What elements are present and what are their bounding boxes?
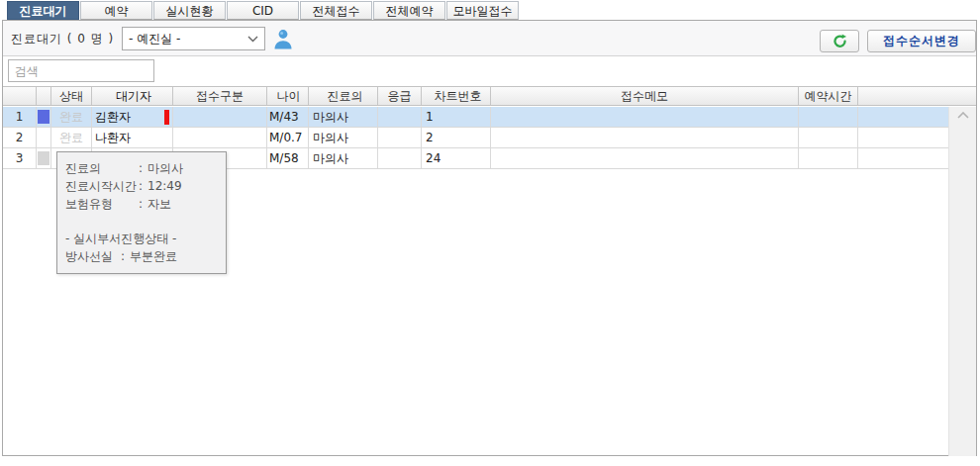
- doctor-cell: 마의사: [309, 128, 378, 147]
- tooltip-section-title: - 실시부서진행상태 -: [65, 230, 220, 247]
- tooltip-line-label: 진료시작시간: [65, 177, 139, 195]
- status-cell: 완료: [51, 107, 92, 127]
- patient-name-cell: 김환자: [92, 107, 173, 127]
- column-header-8[interactable]: 차트번호: [422, 87, 491, 105]
- reserve-time-cell: [799, 107, 858, 127]
- doctor-cell: 마의사: [309, 107, 378, 127]
- tooltip-dept-lines: 방사선실부분완료: [65, 247, 220, 265]
- tooltip-line-label: 진료의: [65, 159, 139, 177]
- tab-waiting[interactable]: 진료대기: [7, 1, 79, 20]
- tab-bar: 진료대기예약실시현황CID전체접수전체예약모바일접수: [7, 1, 520, 20]
- doctor-cell: 마의사: [309, 148, 378, 168]
- row-number-cell: 2: [3, 128, 37, 147]
- patient-info-tooltip: 진료의마의사진료시작시간12:49보험유형자보 - 실시부서진행상태 - 방사선…: [56, 151, 227, 274]
- column-header-0[interactable]: [3, 87, 37, 105]
- status-cell-text: 완료: [59, 109, 83, 126]
- tab-exec-status[interactable]: 실시현황: [153, 1, 226, 20]
- tooltip-line-colon: [121, 247, 130, 265]
- tooltip-line: 보험유형자보: [65, 195, 220, 213]
- reorder-reception-button[interactable]: 접수순서변경: [867, 30, 976, 52]
- reception-type-cell: [173, 128, 267, 147]
- column-header-7[interactable]: 응급: [378, 87, 422, 105]
- refresh-icon: [833, 34, 847, 48]
- user-icon[interactable]: [273, 29, 293, 49]
- tooltip-line-colon: [139, 195, 147, 213]
- tab-all-reception[interactable]: 전체접수: [300, 1, 372, 20]
- status-indicator-cell: [37, 128, 51, 147]
- column-header-1[interactable]: [37, 87, 51, 105]
- column-header-3[interactable]: 대기자: [92, 87, 173, 105]
- column-header-10[interactable]: 예약시간: [799, 87, 858, 105]
- chevron-down-icon: [247, 36, 258, 43]
- table-row[interactable]: 1완료김환자M/43마의사1: [3, 107, 976, 128]
- tooltip-line: 진료시작시간12:49: [65, 177, 220, 195]
- table-row[interactable]: 2완료나환자M/0.7마의사2: [3, 128, 976, 148]
- patient-name-cell-text: 김환자: [95, 109, 131, 126]
- row-number-cell: 3: [3, 148, 37, 168]
- memo-cell: [491, 107, 799, 127]
- column-header-9[interactable]: 접수메모: [491, 87, 799, 105]
- exam-room-select-value: - 예진실 -: [129, 31, 247, 47]
- tab-cid[interactable]: CID: [227, 1, 299, 20]
- status-cell-text: 완료: [59, 130, 83, 146]
- emergency-bar: [164, 110, 169, 125]
- chart-no-cell: 1: [422, 107, 491, 127]
- reception-type-cell: [173, 107, 267, 127]
- row-number-cell-text: 3: [16, 151, 24, 165]
- age-cell: M/58: [267, 148, 309, 168]
- patient-name-cell: 나환자: [92, 128, 173, 147]
- column-header-4[interactable]: 접수구분: [173, 87, 267, 105]
- tooltip-line-value: 12:49: [147, 177, 182, 195]
- patient-name-cell-text: 나환자: [95, 130, 131, 146]
- scroll-up-icon[interactable]: [957, 112, 969, 119]
- search-input[interactable]: [8, 59, 154, 82]
- doctor-cell-text: 마의사: [313, 150, 348, 167]
- age-cell: M/43: [267, 107, 309, 127]
- reorder-reception-label: 접수순서변경: [883, 33, 960, 49]
- memo-cell: [491, 128, 799, 147]
- tooltip-info-lines: 진료의마의사진료시작시간12:49보험유형자보: [65, 159, 220, 213]
- tab-reservation[interactable]: 예약: [80, 1, 152, 20]
- chart-no-cell-text: 2: [426, 131, 434, 144]
- chart-no-cell-text: 24: [426, 151, 441, 165]
- chart-no-cell: 2: [422, 128, 491, 147]
- chart-no-cell: 24: [422, 148, 491, 168]
- tooltip-line-colon: [139, 159, 147, 177]
- tooltip-line: 진료의마의사: [65, 159, 220, 177]
- status-cell: 완료: [51, 128, 92, 147]
- age-cell-text: M/58: [269, 151, 299, 165]
- progress-indicator: [38, 110, 49, 124]
- urgent-cell: [378, 107, 422, 127]
- memo-cell: [491, 148, 799, 168]
- tooltip-line-label: 방사선실: [65, 247, 121, 265]
- urgent-cell: [378, 148, 422, 168]
- tab-all-reservation[interactable]: 전체예약: [373, 1, 445, 20]
- urgent-cell: [378, 128, 422, 147]
- tooltip-line-value: 마의사: [147, 159, 183, 177]
- doctor-cell-text: 마의사: [313, 130, 348, 146]
- column-header-11[interactable]: [858, 87, 976, 105]
- column-header-2[interactable]: 상태: [51, 87, 92, 105]
- chart-no-cell-text: 1: [426, 110, 434, 124]
- queue-count-label: 진료대기 ( 0 명 ): [11, 31, 114, 47]
- tooltip-line-label: 보험유형: [65, 195, 139, 213]
- tooltip-line: 방사선실부분완료: [65, 247, 220, 265]
- row-number-cell: 1: [3, 107, 37, 127]
- doctor-cell-text: 마의사: [313, 109, 348, 126]
- grid-header: 상태대기자접수구분나이진료의응급차트번호접수메모예약시간: [3, 86, 976, 106]
- tab-mobile-reception[interactable]: 모바일접수: [446, 1, 519, 20]
- refresh-button[interactable]: [820, 30, 859, 52]
- progress-indicator: [38, 151, 49, 165]
- age-cell: M/0.7: [267, 128, 309, 147]
- column-header-6[interactable]: 진료의: [309, 87, 378, 105]
- tooltip-line-colon: [139, 177, 147, 195]
- status-indicator-cell: [37, 107, 51, 127]
- vertical-scrollbar[interactable]: [948, 107, 976, 456]
- emr-waiting-window: 진료대기예약실시현황CID전체접수전체예약모바일접수 진료대기 ( 0 명 ) …: [0, 0, 980, 466]
- reserve-time-cell: [799, 128, 858, 147]
- column-header-5[interactable]: 나이: [267, 87, 309, 105]
- reserve-time-cell: [799, 148, 858, 168]
- tooltip-line-value: 자보: [147, 195, 171, 213]
- exam-room-select[interactable]: - 예진실 -: [122, 27, 265, 50]
- row-number-cell-text: 2: [16, 131, 24, 144]
